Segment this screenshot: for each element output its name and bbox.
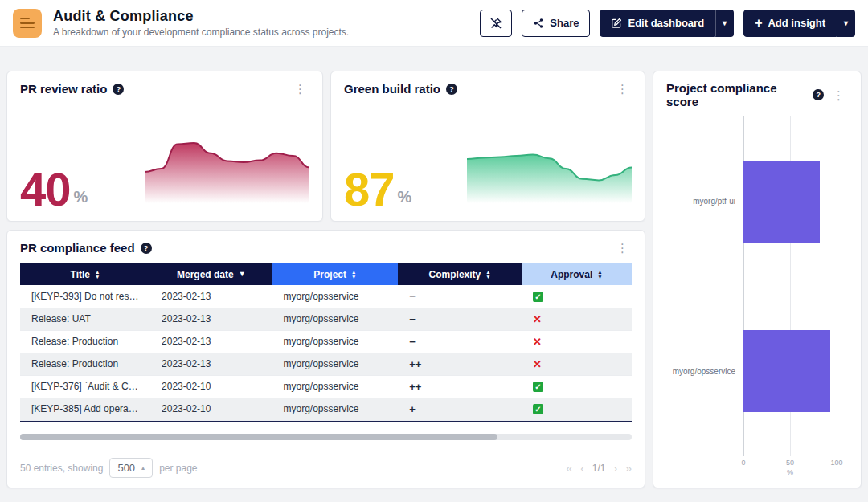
table-row[interactable]: [KEYP-393] Do not reset...2023-02-13myor… [20, 285, 632, 308]
pr-compliance-feed-card: PR compliance feed ? ⋮ Title▲▼Merged dat… [6, 230, 645, 488]
add-insight-caret-button[interactable]: ▾ [837, 10, 855, 37]
bar-slot [743, 287, 837, 457]
kebab-menu-icon[interactable]: ⋮ [291, 81, 309, 96]
chevron-down-icon: ▾ [844, 18, 848, 27]
cell-project: myorg/opsservice [272, 330, 399, 353]
sort-desc-icon: ▼ [239, 271, 246, 278]
bar-category-label: myorg/ptf-ui [666, 116, 735, 287]
pr-review-sparkline-chart [145, 134, 309, 203]
kpi-value-block: 87 % [344, 167, 411, 211]
first-page-icon[interactable]: « [566, 462, 572, 475]
column-header[interactable]: Complexity▲▼ [398, 263, 522, 285]
help-icon[interactable]: ? [113, 84, 124, 95]
add-insight-button[interactable]: + Add insight [743, 10, 837, 37]
pr-review-value: 40 [20, 167, 71, 211]
kpi-value-block: 40 % [20, 167, 88, 211]
cell-project: myorg/opsservice [272, 353, 399, 375]
bar-labels-column: myorg/ptf-uimyorg/opsservice [666, 116, 743, 456]
pr-review-ratio-card: PR review ratio ? ⋮ 40 % [6, 71, 323, 222]
header: Audit & Compliance A breakdown of your d… [0, 0, 868, 47]
page-size-value: 500 [117, 462, 135, 474]
cross-icon: ✕ [533, 336, 542, 348]
cell-title: [KEYP-393] Do not reset... [20, 285, 150, 308]
cell-complexity: ++ [398, 353, 522, 375]
column-header-label: Merged date [177, 269, 234, 280]
help-icon[interactable]: ? [446, 84, 457, 95]
cell-title: [KEYP-385] Add operato... [20, 398, 150, 420]
card-title: PR compliance feed [20, 241, 135, 255]
table-row[interactable]: Release: UAT2023-02-13myorg/opsservice−✕ [20, 308, 632, 330]
help-icon[interactable]: ? [813, 89, 824, 100]
cell-approval: ✕ [522, 308, 632, 330]
column-header[interactable]: Title▲▼ [20, 263, 150, 285]
cell-complexity: + [398, 398, 522, 420]
bar-category-label: myorg/opsservice [666, 287, 735, 457]
per-page-label: per page [159, 463, 197, 474]
sort-icon: ▲▼ [95, 270, 100, 280]
next-page-icon[interactable]: › [614, 462, 618, 475]
page-subtitle: A breakdown of your development complian… [53, 27, 349, 38]
kebab-menu-icon[interactable]: ⋮ [829, 88, 848, 103]
cell-date: 2023-02-13 [150, 330, 272, 353]
cell-title: Release: Production [20, 353, 150, 375]
cell-title: Release: UAT [20, 308, 150, 330]
cell-approval: ✕ [522, 353, 632, 375]
page-title: Audit & Compliance [53, 8, 349, 25]
cell-project: myorg/opsservice [272, 285, 399, 308]
column-header[interactable]: Merged date▼ [150, 263, 272, 285]
column-header[interactable]: Approval▲▼ [522, 263, 632, 285]
unpin-button[interactable] [480, 10, 512, 37]
card-title: PR review ratio [20, 82, 107, 96]
cell-project: myorg/opsservice [272, 375, 399, 398]
check-icon: ✓ [533, 292, 543, 302]
check-icon: ✓ [533, 404, 543, 414]
edit-icon [611, 18, 622, 29]
feed-header-row: Title▲▼Merged date▼Project▲▼Complexity▲▼… [20, 263, 632, 285]
dashboard-grid: PR review ratio ? ⋮ 40 % Green build rat… [0, 47, 868, 488]
kebab-menu-icon[interactable]: ⋮ [613, 81, 632, 96]
last-page-icon[interactable]: » [625, 462, 632, 475]
share-button[interactable]: Share [522, 10, 590, 37]
feed-body: [KEYP-393] Do not reset...2023-02-13myor… [20, 285, 632, 420]
x-tick-label: 50 [786, 459, 794, 467]
green-build-value: 87 [344, 167, 395, 211]
bar-slot [743, 116, 837, 287]
page-size-select[interactable]: 500 ▴ [109, 458, 153, 478]
page-indicator: 1/1 [592, 463, 606, 474]
cell-approval: ✕ [522, 330, 632, 353]
cell-complexity: ++ [398, 375, 522, 398]
bar[interactable] [743, 330, 830, 412]
entries-count-label: 50 entries, showing [20, 463, 103, 474]
cross-icon: ✕ [533, 358, 542, 370]
column-header[interactable]: Project▲▼ [272, 263, 399, 285]
bar[interactable] [743, 161, 820, 243]
cell-title: [KEYP-376] `Audit & Co... [20, 375, 150, 398]
cell-approval: ✓ [522, 398, 632, 420]
table-row[interactable]: Release: Production2023-02-13myorg/opsse… [20, 330, 632, 353]
dashboard-list-icon[interactable] [13, 9, 42, 38]
table-row[interactable]: Release: Production2023-02-13myorg/opsse… [20, 353, 632, 375]
edit-dashboard-caret-button[interactable]: ▾ [715, 10, 734, 37]
cell-approval: ✓ [522, 285, 632, 308]
prev-page-icon[interactable]: ‹ [580, 462, 584, 475]
edit-dashboard-button[interactable]: Edit dashboard [600, 10, 715, 37]
column-header-label: Approval [551, 269, 592, 280]
bar-plot [743, 116, 837, 456]
cell-project: myorg/opsservice [272, 398, 399, 420]
x-tick-label: 0 [741, 459, 745, 467]
plus-icon: + [755, 16, 762, 31]
kebab-menu-icon[interactable]: ⋮ [613, 240, 632, 255]
cell-date: 2023-02-13 [150, 353, 272, 375]
x-tick-label: 100 [830, 459, 842, 467]
help-icon[interactable]: ? [141, 243, 152, 254]
scrollbar-thumb[interactable] [20, 434, 497, 440]
green-build-sparkline-chart [467, 134, 632, 203]
share-button-label: Share [550, 17, 579, 29]
chevron-down-icon: ▾ [723, 18, 727, 27]
x-axis-ticks: 050100 [743, 456, 837, 468]
table-row[interactable]: [KEYP-385] Add operato...2023-02-10myorg… [20, 398, 632, 420]
horizontal-scrollbar[interactable] [20, 434, 632, 440]
table-row[interactable]: [KEYP-376] `Audit & Co...2023-02-10myorg… [20, 375, 632, 398]
gridline [837, 116, 837, 456]
cell-title: Release: Production [20, 330, 150, 353]
